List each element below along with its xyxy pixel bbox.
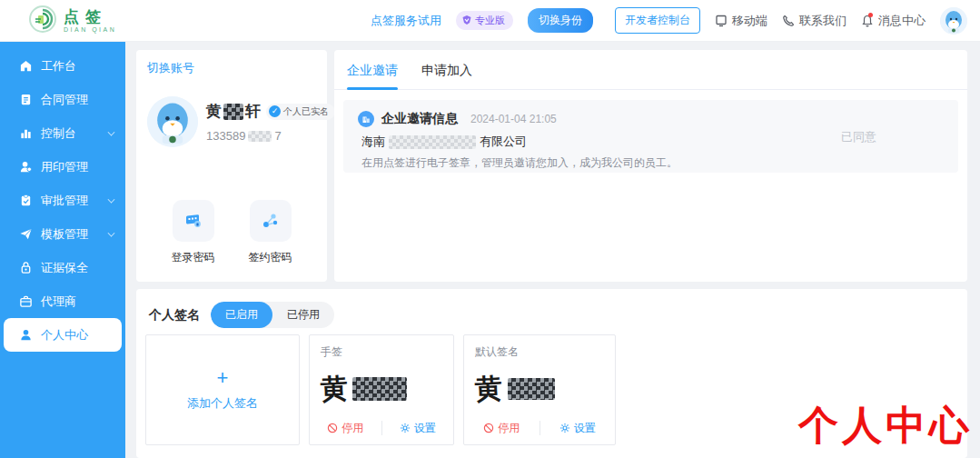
ban-icon (327, 423, 338, 433)
logo-fingerprint-icon (27, 4, 58, 38)
filter-disabled[interactable]: 已停用 (272, 302, 334, 328)
briefcase-icon (19, 294, 33, 308)
home-icon (19, 59, 33, 73)
notification-dot (868, 13, 873, 17)
sidebar-item-workbench[interactable]: 工作台 (0, 49, 125, 83)
invitation-card: 企业邀请信息 2024-01-04 21:05 海南有限公司 在用点签进行电子签… (343, 100, 958, 173)
company-censor-block (389, 135, 476, 149)
sidebar-item-approvals[interactable]: 审批管理 (0, 184, 125, 217)
signature-censor-block (352, 377, 407, 401)
invitation-description: 在用点签进行电子签章，管理员邀请您加入，成为我公司的员工。 (361, 155, 944, 171)
signature-section-title: 个人签名 (149, 307, 200, 324)
phone-censor-block (248, 131, 272, 142)
logo-subtitle: DIAN QIAN (64, 26, 116, 33)
tab-apply-join[interactable]: 申请加入 (421, 50, 472, 90)
approval-clipboard-icon (19, 194, 33, 207)
account-avatar (147, 96, 198, 147)
login-password-icon (173, 200, 214, 242)
filter-enabled[interactable]: 已启用 (211, 302, 272, 328)
switch-identity-button[interactable]: 切换身份 (528, 8, 593, 33)
contract-icon (19, 93, 33, 106)
invitation-tabs: 企业邀请 申请加入 (334, 50, 967, 90)
message-center-link[interactable]: 消息中心 (861, 13, 926, 29)
evidence-lock-icon (19, 261, 33, 274)
signature-type-label: 默认签名 (475, 344, 604, 360)
phone-icon (782, 15, 795, 27)
user-avatar[interactable] (940, 7, 967, 35)
signing-password-button[interactable]: 签约密码 (249, 200, 292, 265)
plus-icon: + (217, 368, 229, 388)
pro-shield-icon (461, 15, 472, 27)
app-window: 点签 DIAN QIAN 点签服务试用 专业版 切换身份 开发者控制台 移动端 (0, 0, 980, 458)
version-badge: 专业版 (456, 11, 513, 30)
sidebar-item-templates[interactable]: 模板管理 (0, 217, 125, 251)
login-password-button[interactable]: 登录密码 (172, 200, 215, 265)
chevron-down-icon (108, 230, 115, 237)
invitation-title: 企业邀请信息 (381, 111, 458, 127)
sidebar-item-contracts[interactable]: 合同管理 (0, 83, 125, 116)
account-phone: 1335897 (206, 129, 335, 143)
signature-image: 黄 (321, 371, 442, 407)
invitation-status: 已同意 (841, 129, 876, 145)
contact-link[interactable]: 联系我们 (782, 13, 846, 29)
chevron-down-icon (108, 196, 115, 204)
switch-account-link[interactable]: 切换账号 (147, 61, 194, 75)
trial-service-link[interactable]: 点签服务试用 (371, 13, 441, 29)
settings-signature-button[interactable]: 设置 (540, 421, 616, 436)
verified-badge: ✓ 个人已实名 (266, 104, 335, 120)
disable-signature-button[interactable]: 停用 (310, 421, 381, 436)
sidebar-item-seal-management[interactable]: 用印管理 (0, 150, 125, 184)
add-signature-label: 添加个人签名 (187, 395, 258, 412)
invitations-panel: 企业邀请 申请加入 企业邀请信息 2024-01-04 21:05 海南有限公司… (334, 50, 967, 282)
account-name: 黄轩 (206, 101, 261, 122)
sidebar-item-console[interactable]: 控制台 (0, 116, 125, 150)
top-header: 点签 DIAN QIAN 点签服务试用 专业版 切换身份 开发者控制台 移动端 (0, 0, 980, 42)
signature-card-handwritten: 手签 黄 停用 设置 (309, 334, 454, 445)
template-plane-icon (19, 227, 33, 241)
mobile-device-icon (715, 15, 728, 27)
console-chart-icon (19, 126, 33, 140)
account-panel: 切换账号 黄轩 ✓ 个人已实名 1335897 (136, 50, 327, 282)
sidebar-item-personal-center[interactable]: 个人中心 (4, 318, 122, 352)
developer-console-button[interactable]: 开发者控制台 (615, 7, 700, 34)
sidebar: 工作台 合同管理 控制台 用印管理 审批管理 模板管理 证据保全 (0, 42, 125, 458)
invitation-datetime: 2024-01-04 21:05 (470, 113, 557, 125)
gear-icon (559, 423, 570, 433)
settings-signature-button[interactable]: 设置 (382, 421, 454, 436)
enterprise-icon (358, 111, 374, 127)
name-censor-block (223, 104, 243, 120)
add-signature-card[interactable]: + 添加个人签名 (145, 334, 300, 445)
sidebar-item-evidence[interactable]: 证据保全 (0, 251, 125, 284)
watermark-text: 个人中心 (798, 399, 973, 453)
signature-image: 黄 (475, 371, 604, 407)
header-nav: 点签服务试用 专业版 切换身份 开发者控制台 移动端 联系我们 (371, 7, 967, 35)
verified-check-icon: ✓ (269, 105, 281, 117)
chevron-down-icon (108, 129, 115, 136)
seal-icon (19, 160, 33, 174)
signature-type-label: 手签 (321, 344, 442, 360)
sidebar-item-agents[interactable]: 代理商 (0, 284, 125, 318)
signature-censor-block (508, 378, 555, 400)
signature-card-default: 默认签名 黄 停用 设置 (463, 334, 616, 445)
signature-filter-toggle: 已启用 已停用 (211, 302, 334, 328)
bell-icon (861, 15, 874, 27)
signing-password-icon (250, 200, 292, 242)
app-logo: 点签 DIAN QIAN (27, 4, 116, 38)
tab-enterprise-invites[interactable]: 企业邀请 (347, 50, 398, 90)
gear-icon (400, 423, 411, 433)
logo-title: 点签 (64, 9, 116, 25)
ban-icon (483, 423, 494, 433)
mobile-link[interactable]: 移动端 (715, 13, 767, 29)
disable-signature-button[interactable]: 停用 (464, 421, 539, 436)
version-badge-label: 专业版 (475, 14, 505, 27)
person-icon (19, 328, 33, 342)
